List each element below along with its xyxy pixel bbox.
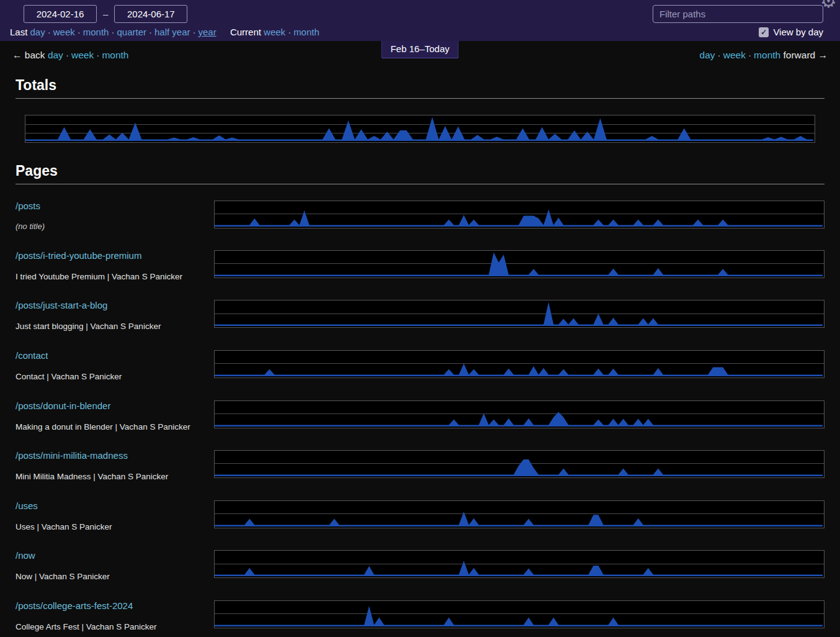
separator: ·: [109, 27, 117, 37]
back-arrow-icon: ←: [12, 50, 22, 60]
date-range-dash: –: [103, 9, 108, 19]
separator: ·: [63, 50, 71, 60]
page-path-link[interactable]: /contact: [16, 350, 48, 361]
last-year-link[interactable]: year: [199, 27, 217, 37]
page-sparkline-chart[interactable]: [214, 450, 824, 478]
page-path-link[interactable]: /posts/i-tried-youtube-premium: [16, 250, 141, 261]
page-sparkline-chart[interactable]: [214, 300, 824, 328]
date-start-input[interactable]: [24, 5, 97, 23]
back-week-link[interactable]: week: [71, 50, 94, 60]
page-sparkline-chart[interactable]: [214, 550, 824, 578]
page-path-link[interactable]: /posts/donut-in-blender: [16, 400, 110, 411]
page-path-link[interactable]: /posts/just-start-a-blog: [16, 300, 107, 310]
page-title: Contact | Vachan S Panicker: [16, 370, 202, 384]
page-path-link[interactable]: /posts: [16, 201, 40, 211]
page-title: Making a donut in Blender | Vachan S Pan…: [16, 420, 202, 434]
totals-heading: Totals: [16, 77, 824, 99]
filter-paths-input[interactable]: [653, 5, 823, 23]
view-by-day-checkbox[interactable]: ✓: [759, 27, 769, 37]
last-quarter-link[interactable]: quarter: [117, 27, 146, 37]
separator: ·: [45, 27, 53, 37]
page-row: /posts (no title): [16, 201, 824, 233]
pages-heading: Pages: [16, 163, 824, 184]
page-row: /uses Uses | Vachan S Panicker: [16, 500, 824, 534]
forward-label: forward: [784, 50, 816, 60]
page-sparkline-chart[interactable]: [214, 350, 824, 378]
page-title: Now | Vachan S Panicker: [16, 570, 202, 584]
top-bar: – Last day·week·month·quarter·half year·…: [0, 0, 840, 41]
page-title: (no title): [16, 220, 202, 233]
separator: ·: [285, 27, 293, 37]
forward-day-link[interactable]: day: [700, 50, 715, 60]
separator: ·: [75, 27, 83, 37]
page-sparkline-chart[interactable]: [214, 600, 824, 628]
page-row: /posts/donut-in-blender Making a donut i…: [16, 400, 824, 434]
forward-arrow-icon: →: [818, 50, 828, 60]
page-row: /posts/college-arts-fest-2024 College Ar…: [16, 600, 824, 634]
forward-nav: day·week·month forward →: [700, 50, 828, 61]
gear-icon[interactable]: ⚙: [820, 0, 837, 11]
last-half-year-link[interactable]: half year: [154, 27, 190, 37]
page-sparkline-chart[interactable]: [214, 400, 824, 428]
separator: ·: [190, 27, 199, 37]
page-row: /posts/just-start-a-blog Just start blog…: [16, 300, 824, 333]
back-month-link[interactable]: month: [102, 50, 128, 60]
last-day-link[interactable]: day: [30, 27, 45, 37]
back-nav: ← back day·week·month: [12, 50, 129, 61]
forward-week-link[interactable]: week: [723, 50, 746, 60]
separator: ·: [746, 50, 754, 60]
page-row: /posts/i-tried-youtube-premium I tried Y…: [16, 250, 824, 284]
current-month-link[interactable]: month: [293, 27, 319, 37]
back-day-link[interactable]: day: [48, 50, 63, 60]
separator: ·: [94, 50, 102, 60]
page-title: Just start blogging | Vachan S Panicker: [16, 320, 202, 333]
page-title: Uses | Vachan S Panicker: [16, 520, 202, 534]
page-title: Mini Militia Madness | Vachan S Panicker: [16, 470, 202, 484]
page-row: /now Now | Vachan S Panicker: [16, 550, 824, 584]
page-path-link[interactable]: /now: [16, 550, 35, 561]
page-path-link[interactable]: /posts/college-arts-fest-2024: [16, 600, 133, 611]
period-nav: ← back day·week·month Feb 16–Today day·w…: [0, 41, 840, 70]
page-path-link[interactable]: /posts/mini-militia-madness: [16, 450, 128, 461]
page-row: /contact Contact | Vachan S Panicker: [16, 350, 824, 384]
page-sparkline-chart[interactable]: [214, 201, 824, 228]
date-end-input[interactable]: [114, 5, 187, 23]
check-icon: ✓: [761, 28, 767, 37]
page-path-link[interactable]: /uses: [16, 500, 38, 511]
page-row: /posts/mini-militia-madness Mini Militia…: [16, 450, 824, 484]
page-sparkline-chart[interactable]: [214, 250, 824, 278]
separator: ·: [146, 27, 154, 37]
last-month-link[interactable]: month: [83, 27, 109, 37]
current-period-badge: Feb 16–Today: [381, 41, 458, 58]
view-by-day-label: View by day: [773, 27, 823, 37]
last-label: Last: [10, 27, 27, 37]
page-title: College Arts Fest | Vachan S Panicker: [16, 620, 202, 634]
forward-month-link[interactable]: month: [754, 50, 780, 60]
back-label: back: [25, 50, 45, 60]
current-label: Current: [230, 27, 261, 37]
totals-chart[interactable]: [25, 115, 815, 143]
current-week-link[interactable]: week: [264, 27, 285, 37]
separator: ·: [715, 50, 723, 60]
page-title: I tried Youtube Premium | Vachan S Panic…: [16, 270, 202, 284]
page-sparkline-chart[interactable]: [214, 500, 824, 528]
last-week-link[interactable]: week: [53, 27, 75, 37]
